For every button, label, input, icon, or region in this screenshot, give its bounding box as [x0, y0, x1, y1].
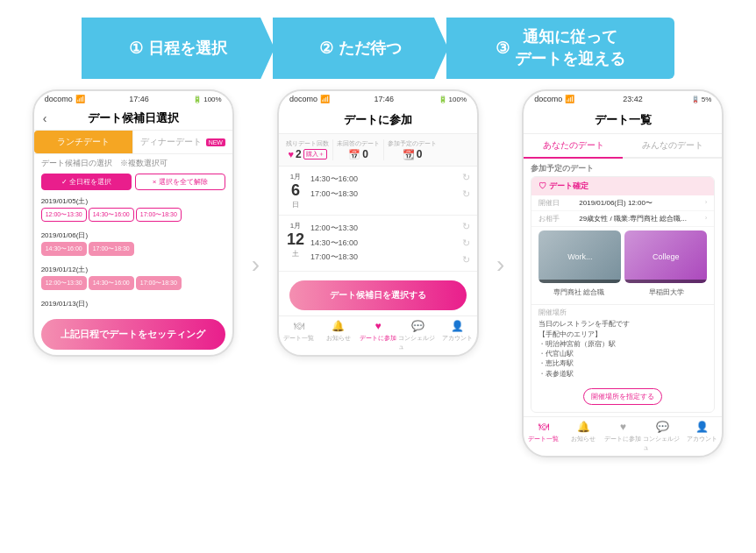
nav3-notify[interactable]: 🔔 お知らせ [564, 421, 603, 452]
select-all-btn[interactable]: ✓ 全日程を選択 [41, 174, 132, 190]
confirm-header: ♡ デート確定 [531, 177, 714, 195]
time-slot-selected[interactable]: 17:00〜18:30 [89, 242, 134, 256]
phone2: docomo 📶 17:46 🔋 100% デートに参加 残りデート回数 ♥ 2… [277, 89, 479, 357]
date-select-btn[interactable]: デート候補日を選択する [289, 280, 467, 310]
phone3-title: デート一覧 [524, 107, 722, 134]
tab-dinner[interactable]: ディナーデート NEW [132, 131, 232, 153]
time-slot-selected[interactable]: 17:00〜18:30 [136, 276, 182, 290]
date-entry-1: 1月 6 日 14:30〜16:00 17:00〜18:30 ↻ ↻ [279, 167, 477, 216]
stat-remaining: 残りデート回数 ♥ 2 購入＋ [286, 139, 329, 160]
date-group-2: 2019/01/06(日) 14:30〜16:00 17:00〜18:30 [34, 227, 232, 261]
phones-container: docomo 📶 17:46 🔋 100% ‹ デート候補日選択 ランチデート … [9, 89, 747, 457]
stat-unanswered: 未回答のデート 📅 0 [337, 139, 380, 160]
refresh-icon[interactable]: ↻ [462, 254, 470, 266]
steps-container: ① 日程を選択 ② ただ待つ ③ 通知に従ってデートを迎える [9, 18, 747, 79]
step3-banner: ③ 通知に従ってデートを迎える [446, 18, 674, 79]
clear-all-btn[interactable]: × 選択を全て解除 [135, 174, 225, 190]
step1-banner: ① 日程を選択 [82, 18, 275, 79]
phone2-title: デートに参加 [279, 107, 477, 134]
setting-btn[interactable]: 上記日程でデートをセッティング [41, 319, 225, 350]
tab-everyone-date[interactable]: みんなのデート [623, 134, 722, 157]
nav-date-list[interactable]: 🍽 デート一覧 [279, 320, 318, 351]
step3-label: ③ [496, 38, 510, 60]
refresh-icon[interactable]: ↻ [462, 238, 470, 249]
venue-select-btn[interactable]: 開催場所を指定する [583, 388, 662, 405]
phone3-section-title: 参加予定のデート [524, 159, 722, 176]
phone3: docomo 📶 23:42 🪫 5% デート一覧 あなたのデート みんなのデー… [522, 89, 724, 457]
nav-concierge[interactable]: 💬 コンシェルジュ [398, 320, 438, 351]
step2-label: ② [319, 38, 333, 60]
phone3-nav: 🍽 デート一覧 🔔 お知らせ ♥ デートに参加 💬 コンシェルジュ 👤 アカウン… [524, 416, 722, 456]
nav-account[interactable]: 👤 アカウント [438, 320, 477, 351]
nav3-account[interactable]: 👤 アカウント [682, 421, 722, 452]
nav-notify[interactable]: 🔔 お知らせ [318, 320, 358, 351]
phone1-tabs: ランチデート ディナーデート NEW [34, 131, 232, 154]
partner-photos: Work... College [531, 227, 714, 287]
time-slot[interactable]: 17:00〜18:30 [136, 208, 182, 222]
chevron-right-icon: › [705, 198, 708, 208]
refresh-icon[interactable]: ↻ [462, 221, 470, 232]
phone1-carrier: docomo 📶 [45, 95, 85, 103]
nav3-date-list[interactable]: 🍽 デート一覧 [524, 421, 563, 452]
nav3-concierge[interactable]: 💬 コンシェルジュ [643, 421, 682, 452]
confirm-row-date: 開催日 2019/01/06(日) 12:00〜 › [531, 195, 714, 211]
date-group-1: 2019/01/05(土) 12:00〜13:30 14:30〜16:00 17… [34, 193, 232, 227]
confirm-card: ♡ デート確定 開催日 2019/01/06(日) 12:00〜 › お相手 2… [531, 176, 715, 413]
phone1-title: デート候補日選択 [88, 110, 179, 126]
step3-text: 通知に従ってデートを迎える [515, 26, 625, 70]
phone1: docomo 📶 17:46 🔋 100% ‹ デート候補日選択 ランチデート … [32, 89, 234, 357]
refresh-icon[interactable]: ↻ [462, 188, 470, 200]
tab-your-date[interactable]: あなたのデート [524, 134, 623, 159]
nav-join-date[interactable]: ♥ デートに参加 [358, 320, 397, 351]
chevron-right-icon: › [705, 214, 708, 223]
stat-scheduled: 参加予定のデート 📆 0 [388, 139, 437, 160]
step1-text: 日程を選択 [148, 38, 227, 60]
time-slot[interactable]: 14:30〜16:00 [89, 208, 134, 222]
date-entry-2: 1月 12 土 12:00〜13:30 14:30〜16:00 17:00〜18… [279, 216, 477, 272]
select-buttons: ✓ 全日程を選択 × 選択を全て解除 [34, 171, 232, 193]
step2-text: ただ待つ [339, 38, 402, 60]
photo-work: Work... [538, 230, 621, 283]
new-badge: NEW [206, 138, 225, 146]
date-group-4: 2019/01/13(日) [34, 295, 232, 314]
step1-label: ① [129, 38, 143, 60]
phone3-tabs: あなたのデート みんなのデート [524, 134, 722, 159]
phone2-nav: 🍽 デート一覧 🔔 お知らせ ♥ デートに参加 💬 コンシェルジュ 👤 アカウン… [279, 315, 477, 355]
time-slot[interactable]: 12:00〜13:30 [41, 208, 87, 222]
phone1-battery: 🔋 100% [193, 96, 221, 103]
time-slot-selected[interactable]: 14:30〜16:00 [41, 242, 87, 256]
refresh-icon[interactable]: ↻ [462, 172, 470, 183]
nav3-join-date[interactable]: ♥ デートに参加 [603, 421, 643, 452]
phone2-stats: 残りデート回数 ♥ 2 購入＋ 未回答のデート 📅 0 参加予定のデート [279, 134, 477, 167]
back-arrow-icon[interactable]: ‹ [43, 111, 47, 125]
step2-banner: ② ただ待つ [273, 18, 448, 79]
phone3-status-bar: docomo 📶 23:42 🪫 5% [524, 91, 722, 107]
tab-lunch[interactable]: ランチデート [34, 131, 133, 153]
phone1-status-bar: docomo 📶 17:46 🔋 100% [34, 91, 232, 107]
venue-section: 開催場所 当日のレストランを手配です 【手配中のエリア】 ・明治神宮前（原宿）駅… [531, 304, 714, 381]
arrow1-icon: › [252, 251, 260, 279]
date-group-3: 2019/01/12(土) 12:00〜13:30 14:30〜16:00 17… [34, 261, 232, 295]
confirm-row-partner: お相手 29歳女性 / 職業:専門商社 総合職... › [531, 211, 714, 227]
time-slot-selected[interactable]: 12:00〜13:30 [41, 276, 87, 290]
phone2-status-bar: docomo 📶 17:46 🔋 100% [279, 91, 477, 107]
phone1-section-label: デート候補日の選択 ※複数選択可 [34, 154, 232, 171]
photo-college: College [624, 230, 707, 283]
arrow2-icon: › [496, 251, 504, 279]
time-slot-selected[interactable]: 14:30〜16:00 [89, 276, 134, 290]
phone1-header: ‹ デート候補日選択 [34, 107, 232, 131]
